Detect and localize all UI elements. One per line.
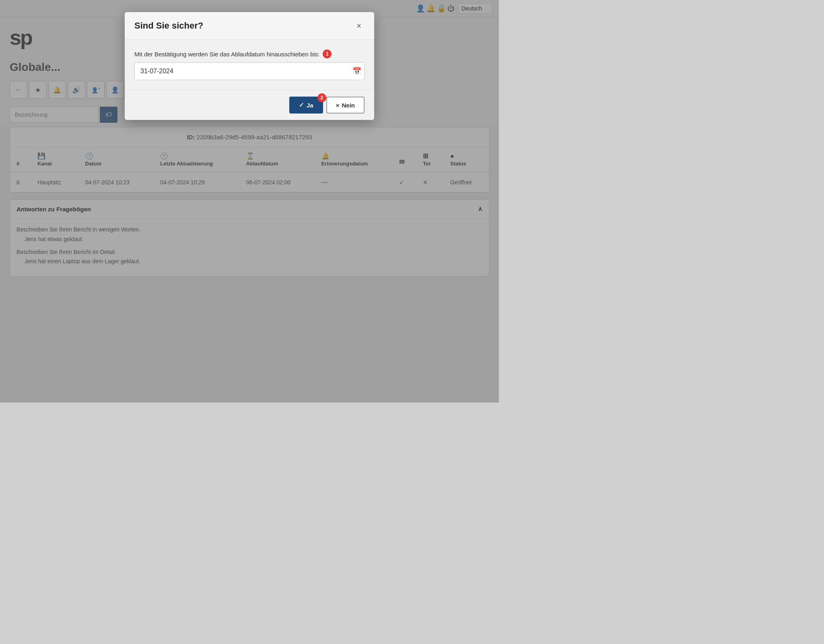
calendar-button[interactable]: 📅 — [352, 67, 361, 76]
confirmation-modal: Sind Sie sicher? × Mit der Bestätigung w… — [125, 12, 374, 120]
modal-footer: ✓ Ja 2 × Nein — [125, 90, 374, 120]
background-page: 👤 🔔 🔒 ⏻ Deutsch English sp Globale... ← … — [0, 0, 499, 402]
modal-close-button[interactable]: × — [353, 20, 365, 31]
calendar-icon: 📅 — [352, 67, 361, 76]
check-icon: ✓ — [299, 101, 304, 109]
close-icon: × — [356, 21, 361, 31]
x-icon: × — [336, 102, 340, 109]
date-input[interactable] — [134, 62, 365, 80]
modal-label: Mit der Bestätigung werden Sie das Ablau… — [134, 50, 365, 58]
yes-badge: 2 — [317, 93, 326, 102]
modal-title: Sind Sie sicher? — [134, 21, 203, 31]
date-input-wrapper: 📅 — [134, 62, 365, 80]
no-label: Nein — [342, 102, 355, 109]
modal-overlay: Sind Sie sicher? × Mit der Bestätigung w… — [0, 0, 499, 402]
yes-label: Ja — [307, 102, 313, 109]
confirm-no-button[interactable]: × Nein — [326, 97, 365, 114]
modal-header: Sind Sie sicher? × — [125, 12, 374, 40]
modal-badge-1: 1 — [323, 50, 332, 58]
confirm-yes-button[interactable]: ✓ Ja 2 — [289, 97, 323, 114]
modal-body: Mit der Bestätigung werden Sie das Ablau… — [125, 40, 374, 90]
